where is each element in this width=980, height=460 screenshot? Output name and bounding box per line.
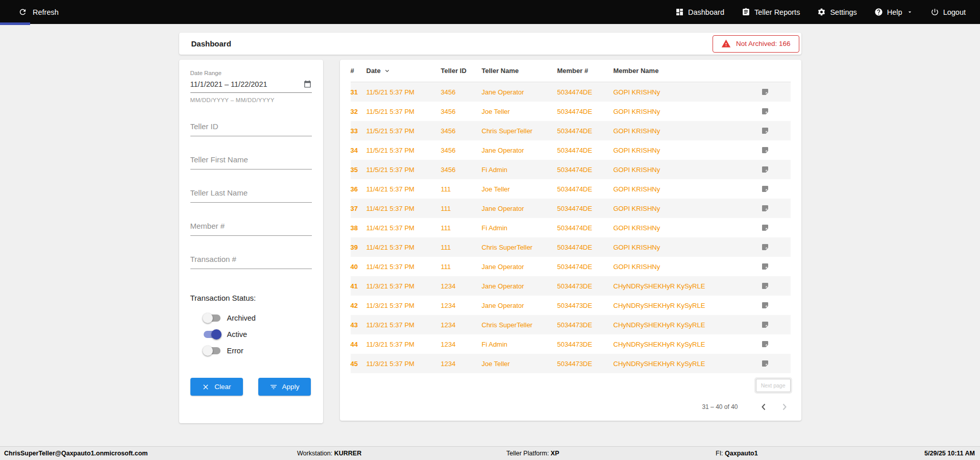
logout-icon <box>930 8 939 16</box>
archived-toggle-label: Archived <box>227 314 256 322</box>
note-icon[interactable] <box>761 262 769 271</box>
next-page-icon[interactable] <box>778 401 791 413</box>
not-archived-badge[interactable]: Not Archived: 166 <box>713 35 799 53</box>
table-row[interactable]: 42 11/3/21 5:37 PM 1234 Jane Operator 50… <box>351 296 791 315</box>
error-toggle-label: Error <box>227 347 243 355</box>
nav-help[interactable]: Help <box>874 8 913 16</box>
nav-settings[interactable]: Settings <box>817 8 856 16</box>
column-header-date-label: Date <box>366 67 381 75</box>
row-member-number: 5034473DE <box>557 302 614 309</box>
error-toggle[interactable] <box>204 347 220 354</box>
archived-toggle[interactable] <box>204 314 220 322</box>
transaction-number-input[interactable] <box>190 252 312 269</box>
row-date: 11/5/21 5:37 PM <box>366 166 441 174</box>
row-date: 11/4/21 5:37 PM <box>366 224 441 232</box>
teller-id-input[interactable] <box>190 119 312 136</box>
teller-first-name-input[interactable] <box>190 152 312 170</box>
row-teller-name: Joe Teller <box>482 108 557 115</box>
active-tab-indicator <box>0 22 30 25</box>
row-notes-cell <box>761 107 791 115</box>
column-header-member-number[interactable]: Member # <box>557 67 614 75</box>
column-header-member-name[interactable]: Member Name <box>614 67 761 75</box>
note-icon[interactable] <box>761 282 769 290</box>
clear-button[interactable]: Clear <box>190 378 243 396</box>
note-icon[interactable] <box>761 204 769 212</box>
table-row[interactable]: 34 11/5/21 5:37 PM 3456 Jane Operator 50… <box>351 140 791 160</box>
note-icon[interactable] <box>761 107 769 115</box>
row-member-number: 5034474DE <box>557 263 614 271</box>
row-notes-cell <box>761 127 791 135</box>
table-row[interactable]: 44 11/3/21 5:37 PM 1234 Fi Admin 5034473… <box>351 334 791 354</box>
date-range-field[interactable]: 11/1/2021 – 11/22/2021 <box>190 76 312 93</box>
filter-panel: Date Range 11/1/2021 – 11/22/2021 MM/DD/… <box>179 60 323 423</box>
table-row[interactable]: 35 11/5/21 5:37 PM 3456 Fi Admin 5034474… <box>351 160 791 179</box>
toggle-thumb <box>211 329 222 340</box>
note-icon[interactable] <box>761 321 769 329</box>
teller-last-name-input[interactable] <box>190 185 312 203</box>
table-row[interactable]: 32 11/5/21 5:37 PM 3456 Joe Teller 50344… <box>351 102 791 121</box>
row-date: 11/4/21 5:37 PM <box>366 244 441 251</box>
row-teller-name: Jane Operator <box>482 205 557 212</box>
member-number-input[interactable] <box>190 219 312 236</box>
calendar-icon[interactable] <box>303 80 312 88</box>
note-icon[interactable] <box>761 88 769 96</box>
table-row[interactable]: 45 11/3/21 5:37 PM 1234 Joe Teller 50344… <box>351 354 791 373</box>
date-range-value: 11/1/2021 – 11/22/2021 <box>190 80 267 88</box>
table-row[interactable]: 41 11/3/21 5:37 PM 1234 Jane Operator 50… <box>351 276 791 296</box>
note-icon[interactable] <box>761 359 769 368</box>
refresh-label: Refresh <box>33 8 59 16</box>
row-teller-name: Jane Operator <box>482 263 557 271</box>
row-date: 11/5/21 5:37 PM <box>366 147 441 154</box>
note-icon[interactable] <box>761 301 769 309</box>
table-row[interactable]: 38 11/4/21 5:37 PM 111 Fi Admin 5034474D… <box>351 218 791 237</box>
nav-logout[interactable]: Logout <box>930 8 966 16</box>
note-icon[interactable] <box>761 165 769 174</box>
table-row[interactable]: 40 11/4/21 5:37 PM 111 Jane Operator 503… <box>351 257 791 276</box>
column-header-number[interactable]: # <box>351 67 366 75</box>
apply-button[interactable]: Apply <box>258 378 311 396</box>
table-row[interactable]: 37 11/4/21 5:37 PM 111 Jane Operator 503… <box>351 199 791 218</box>
note-icon[interactable] <box>761 185 769 193</box>
next-page-button[interactable]: Next page <box>756 379 791 392</box>
row-teller-name: Chris SuperTeller <box>482 244 557 251</box>
warning-icon <box>721 39 731 49</box>
refresh-button[interactable]: Refresh <box>18 8 59 16</box>
row-date: 11/3/21 5:37 PM <box>366 341 441 348</box>
table-row[interactable]: 36 11/4/21 5:37 PM 111 Joe Teller 503447… <box>351 179 791 199</box>
nav-dashboard[interactable]: Dashboard <box>675 8 724 16</box>
note-icon[interactable] <box>761 340 769 348</box>
note-icon[interactable] <box>761 224 769 232</box>
column-header-teller-id[interactable]: Teller ID <box>441 67 482 75</box>
column-header-teller-name[interactable]: Teller Name <box>482 67 557 75</box>
note-icon[interactable] <box>761 146 769 154</box>
row-member-number: 5034474DE <box>557 127 614 135</box>
active-toggle-row: Active <box>204 330 312 338</box>
note-icon[interactable] <box>761 243 769 251</box>
note-icon[interactable] <box>761 127 769 135</box>
error-toggle-row: Error <box>204 347 312 355</box>
table-row[interactable]: 39 11/4/21 5:37 PM 111 Chris SuperTeller… <box>351 237 791 257</box>
teller-platform-value: XP <box>551 450 559 457</box>
row-member-number: 5034474DE <box>557 244 614 251</box>
table-row[interactable]: 33 11/5/21 5:37 PM 3456 Chris SuperTelle… <box>351 121 791 140</box>
row-teller-id: 3456 <box>441 127 482 135</box>
column-header-date[interactable]: Date <box>366 67 441 75</box>
row-number: 42 <box>351 302 366 309</box>
table-row[interactable]: 31 11/5/21 5:37 PM 3456 Jane Operator 50… <box>351 82 791 102</box>
row-notes-cell <box>761 243 791 251</box>
status-bar: ChrisSuperTeller@Qaxpauto1.onmicrosoft.c… <box>0 446 980 460</box>
row-member-name: GOPI KRISHNy <box>614 88 761 96</box>
row-number: 35 <box>351 166 366 174</box>
row-member-number: 5034474DE <box>557 108 614 115</box>
apply-button-label: Apply <box>282 383 300 391</box>
row-date: 11/5/21 5:37 PM <box>366 108 441 115</box>
date-range-label: Date Range <box>190 70 312 76</box>
active-toggle[interactable] <box>204 331 220 338</box>
table-body: 31 11/5/21 5:37 PM 3456 Jane Operator 50… <box>351 82 791 373</box>
previous-page-icon[interactable] <box>757 401 770 413</box>
nav-teller-reports[interactable]: Teller Reports <box>742 8 800 16</box>
table-header-row: # Date Teller ID Teller Name Member # Me… <box>351 60 791 82</box>
row-notes-cell <box>761 224 791 232</box>
table-row[interactable]: 43 11/3/21 5:37 PM 1234 Chris SuperTelle… <box>351 315 791 334</box>
row-member-number: 5034473DE <box>557 282 614 290</box>
